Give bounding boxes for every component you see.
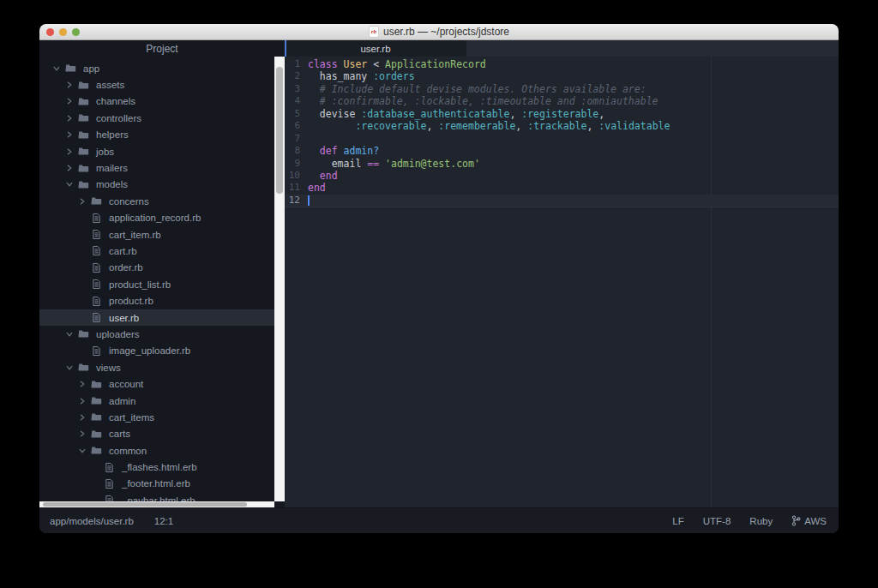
- line-number: 11: [285, 182, 300, 194]
- tree-item-footer-html-erb[interactable]: _footer.html.erb: [39, 476, 274, 492]
- chevron-down-icon[interactable]: [53, 65, 65, 72]
- tree-item-label: image_uploader.rb: [109, 345, 190, 356]
- code-line-6[interactable]: 6 :recoverable, :rememberable, :trackabl…: [285, 120, 839, 132]
- chevron-right-icon[interactable]: [79, 381, 91, 387]
- sidebar-horizontal-scrollbar[interactable]: [39, 501, 274, 507]
- code-line-9[interactable]: 9 email == 'admin@test.com': [285, 158, 839, 170]
- tree-item-uploaders[interactable]: uploaders: [39, 326, 274, 342]
- tree-item-concerns[interactable]: concerns: [39, 193, 274, 209]
- chevron-down-icon[interactable]: [66, 364, 78, 371]
- tree-item-image-uploader-rb[interactable]: image_uploader.rb: [39, 343, 274, 359]
- tree-item-carts[interactable]: carts: [39, 426, 274, 442]
- chevron-right-icon[interactable]: [66, 131, 78, 138]
- line-ending-indicator[interactable]: LF: [672, 516, 683, 526]
- tree-item-account[interactable]: account: [39, 375, 274, 392]
- tree-item-label: models: [96, 179, 128, 189]
- close-button[interactable]: [46, 28, 54, 36]
- code-editor[interactable]: 1class User < ApplicationRecord2 has_man…: [285, 57, 839, 507]
- app-window: rb user.rb — ~/projects/jdstore Project …: [39, 24, 839, 533]
- tree-item-application-record-rb[interactable]: application_record.rb: [39, 210, 274, 226]
- traffic-lights: [46, 28, 80, 36]
- tree-item-jobs[interactable]: jobs: [39, 143, 274, 159]
- line-content: email == 'admin@test.com': [308, 158, 480, 170]
- tree-item-label: product_list.rb: [109, 279, 171, 290]
- git-branch-label: AWS: [804, 516, 827, 526]
- file-tree[interactable]: appassetschannelscontrollershelpersjobsm…: [39, 57, 274, 507]
- vertical-scrollbar-thumb[interactable]: [276, 67, 283, 194]
- tree-item-cart-rb[interactable]: cart.rb: [39, 243, 274, 259]
- tree-item-flashes-html-erb[interactable]: _flashes.html.erb: [39, 459, 274, 475]
- chevron-right-icon[interactable]: [79, 398, 91, 405]
- code-line-8[interactable]: 8 def admin?: [285, 145, 839, 157]
- tree-item-order-rb[interactable]: order.rb: [39, 260, 274, 276]
- tree-item-cart-item-rb[interactable]: cart_item.rb: [39, 226, 274, 243]
- tab-user-rb[interactable]: user.rb: [285, 40, 466, 57]
- tree-item-label: common: [109, 446, 147, 456]
- tree-item-admin[interactable]: admin: [39, 393, 274, 409]
- ruby-file-icon: rb: [369, 26, 379, 38]
- tree-item-models[interactable]: models: [39, 177, 274, 193]
- chevron-right-icon[interactable]: [79, 430, 91, 437]
- code-line-11[interactable]: 11end: [285, 182, 839, 194]
- file-icon: [91, 245, 104, 256]
- folder-icon: [78, 362, 91, 373]
- tree-item-label: uploaders: [96, 329, 140, 339]
- line-number: 2: [285, 70, 300, 82]
- chevron-right-icon[interactable]: [66, 115, 78, 122]
- tree-item-cart-items[interactable]: cart_items: [39, 409, 274, 425]
- project-panel-header: Project: [39, 40, 285, 57]
- code-line-5[interactable]: 5 devise :database_authenticatable, :reg…: [285, 108, 839, 120]
- cursor-position[interactable]: 12:1: [154, 516, 173, 526]
- project-sidebar: Project appassetschannelscontrollershelp…: [39, 40, 285, 507]
- tree-item-controllers[interactable]: controllers: [39, 110, 274, 126]
- title-bar[interactable]: rb user.rb — ~/projects/jdstore: [39, 24, 839, 40]
- code-line-2[interactable]: 2 has_many :orders: [285, 70, 839, 82]
- chevron-down-icon[interactable]: [66, 331, 78, 338]
- tree-item-label: mailers: [96, 163, 128, 173]
- sidebar-vertical-scrollbar[interactable]: [274, 57, 285, 501]
- git-branch-indicator[interactable]: AWS: [791, 515, 827, 526]
- code-line-7[interactable]: 7: [285, 133, 839, 145]
- code-line-3[interactable]: 3 # Include default devise modules. Othe…: [285, 83, 839, 95]
- main-area: Project appassetschannelscontrollershelp…: [39, 40, 839, 507]
- tree-item-product-rb[interactable]: product.rb: [39, 292, 274, 309]
- horizontal-scrollbar-thumb[interactable]: [43, 502, 247, 507]
- tree-item-common[interactable]: common: [39, 442, 274, 459]
- tree-item-channels[interactable]: channels: [39, 93, 274, 110]
- code-line-10[interactable]: 10 end: [285, 170, 839, 182]
- chevron-right-icon[interactable]: [66, 165, 78, 171]
- chevron-right-icon[interactable]: [66, 81, 78, 88]
- folder-icon: [78, 80, 91, 91]
- chevron-right-icon[interactable]: [79, 414, 91, 421]
- tree-item-label: account: [109, 379, 143, 389]
- line-number: 4: [285, 95, 300, 107]
- folder-icon: [78, 112, 91, 123]
- code-line-1[interactable]: 1class User < ApplicationRecord: [285, 58, 839, 70]
- chevron-right-icon[interactable]: [66, 148, 78, 155]
- chevron-down-icon[interactable]: [66, 181, 78, 188]
- grammar-indicator[interactable]: Ruby: [749, 516, 773, 526]
- tree-item-user-rb[interactable]: user.rb: [39, 309, 274, 326]
- line-number: 12: [285, 195, 300, 207]
- tree-item-label: cart_item.rb: [109, 230, 161, 240]
- file-icon: [104, 462, 117, 473]
- chevron-down-icon[interactable]: [79, 447, 91, 454]
- chevron-right-icon[interactable]: [79, 198, 91, 205]
- tree-item-helpers[interactable]: helpers: [39, 127, 274, 143]
- line-content: :recoverable, :rememberable, :trackable,…: [308, 120, 670, 132]
- minimize-button[interactable]: [59, 28, 67, 36]
- encoding-indicator[interactable]: UTF-8: [703, 516, 731, 526]
- tree-item-views[interactable]: views: [39, 359, 274, 375]
- line-number: 6: [285, 120, 300, 132]
- git-branch-icon: [791, 515, 801, 526]
- file-icon: [91, 345, 104, 357]
- tree-item-mailers[interactable]: mailers: [39, 159, 274, 176]
- status-bar: app/models/user.rb 12:1 LF UTF-8 Ruby AW…: [39, 507, 839, 533]
- code-line-4[interactable]: 4 # :confirmable, :lockable, :timeoutabl…: [285, 95, 839, 107]
- tree-item-app[interactable]: app: [39, 60, 274, 76]
- chevron-right-icon[interactable]: [66, 98, 78, 105]
- zoom-button[interactable]: [72, 28, 80, 36]
- tree-item-assets[interactable]: assets: [39, 76, 274, 93]
- tree-item-product-list-rb[interactable]: product_list.rb: [39, 276, 274, 292]
- code-line-12[interactable]: 12: [285, 195, 839, 207]
